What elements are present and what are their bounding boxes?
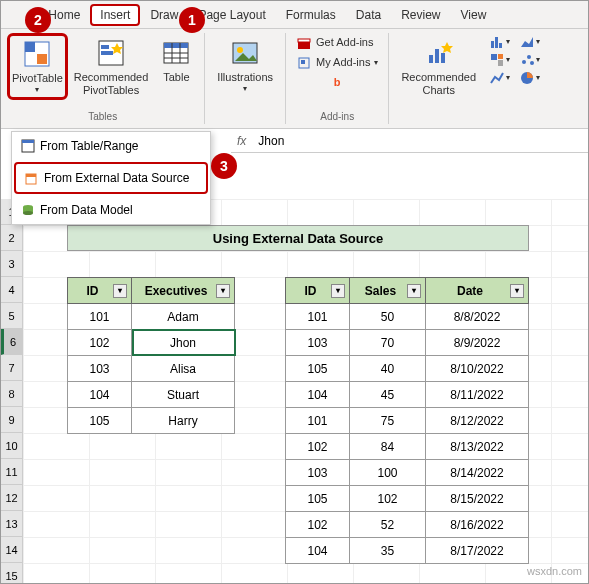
pie-chart-icon bbox=[520, 71, 536, 85]
chart-area-button[interactable]: ▾ bbox=[516, 33, 544, 51]
table-range-icon bbox=[20, 138, 36, 154]
row-13[interactable]: 13 bbox=[1, 511, 23, 537]
chart-scatter-button[interactable]: ▾ bbox=[516, 51, 544, 69]
from-external-data-label: From External Data Source bbox=[44, 171, 189, 185]
group-addins-label: Add-ins bbox=[320, 111, 354, 124]
row-8[interactable]: 8 bbox=[1, 381, 23, 407]
chart-hierarchy-button[interactable]: ▾ bbox=[486, 51, 514, 69]
my-addins-label: My Add-ins bbox=[316, 55, 370, 70]
recommended-pivot-label: Recommended PivotTables bbox=[74, 71, 149, 97]
row-5[interactable]: 5 bbox=[1, 303, 23, 329]
bing-icon: b bbox=[334, 75, 341, 90]
ribbon: PivotTable ▾ Recommended PivotTables Tab… bbox=[1, 29, 588, 129]
svg-rect-25 bbox=[495, 37, 498, 48]
filter-icon[interactable]: ▾ bbox=[113, 284, 127, 298]
recommended-charts-button[interactable]: Recommended Charts bbox=[395, 33, 482, 101]
row-12[interactable]: 12 bbox=[1, 485, 23, 511]
tab-view[interactable]: View bbox=[451, 8, 497, 22]
tab-formulas[interactable]: Formulas bbox=[276, 8, 346, 22]
svg-point-14 bbox=[237, 47, 243, 53]
svg-rect-29 bbox=[498, 60, 503, 66]
tab-insert[interactable]: Insert bbox=[90, 4, 140, 26]
svg-rect-36 bbox=[22, 140, 34, 143]
fx-icon[interactable]: fx bbox=[231, 134, 252, 148]
tab-data[interactable]: Data bbox=[346, 8, 391, 22]
table-button[interactable]: Table bbox=[154, 33, 198, 88]
recommended-charts-icon bbox=[423, 37, 455, 69]
t1-header-id[interactable]: ID▾ bbox=[68, 278, 132, 304]
filter-icon[interactable]: ▾ bbox=[407, 284, 421, 298]
row-3[interactable]: 3 bbox=[1, 251, 23, 277]
from-table-range-item[interactable]: From Table/Range bbox=[12, 132, 210, 160]
step-marker-1: 1 bbox=[179, 7, 205, 33]
recommended-charts-label: Recommended Charts bbox=[401, 71, 476, 97]
filter-icon[interactable]: ▾ bbox=[331, 284, 345, 298]
row-14[interactable]: 14 bbox=[1, 537, 23, 563]
t2-header-sales[interactable]: Sales▾ bbox=[350, 278, 426, 304]
row-2[interactable]: 2 bbox=[1, 225, 23, 251]
illustrations-button[interactable]: Illustrations ▾ bbox=[211, 33, 279, 98]
recommended-pivot-icon bbox=[95, 37, 127, 69]
row-10[interactable]: 10 bbox=[1, 433, 23, 459]
svg-rect-4 bbox=[101, 45, 109, 49]
group-illustrations: Illustrations ▾ bbox=[205, 33, 286, 124]
data-model-icon bbox=[20, 202, 36, 218]
from-external-data-item[interactable]: From External Data Source bbox=[14, 162, 208, 194]
row-6[interactable]: 6 bbox=[1, 329, 23, 355]
t1-header-exec[interactable]: Executives▾ bbox=[132, 278, 235, 304]
recommended-pivot-button[interactable]: Recommended PivotTables bbox=[68, 33, 155, 101]
row-9[interactable]: 9 bbox=[1, 407, 23, 433]
illustrations-label: Illustrations bbox=[217, 71, 273, 84]
from-data-model-label: From Data Model bbox=[40, 203, 133, 217]
illustrations-icon bbox=[229, 37, 261, 69]
group-addins: Get Add-ins My Add-ins ▾ b Add-ins bbox=[286, 33, 389, 124]
group-charts: Recommended Charts ▾ ▾ ▾ ▾ ▾ ▾ bbox=[389, 33, 550, 124]
row-7[interactable]: 7 bbox=[1, 355, 23, 381]
row-4[interactable]: 4 bbox=[1, 277, 23, 303]
cells-area[interactable]: Using External Data Source ID▾ Executive… bbox=[23, 199, 588, 583]
chart-pie-button[interactable]: ▾ bbox=[516, 69, 544, 87]
svg-rect-28 bbox=[498, 54, 503, 59]
table-executives: ID▾ Executives▾ 101Adam 102Jhon 103Alisa… bbox=[67, 277, 235, 434]
svg-rect-38 bbox=[26, 174, 36, 177]
svg-rect-17 bbox=[298, 39, 310, 42]
table-icon bbox=[160, 37, 192, 69]
group-tables: PivotTable ▾ Recommended PivotTables Tab… bbox=[1, 33, 205, 124]
svg-rect-2 bbox=[37, 54, 47, 64]
get-addins-label: Get Add-ins bbox=[316, 35, 373, 50]
watermark: wsxdn.com bbox=[527, 565, 582, 577]
t2-header-date[interactable]: Date▾ bbox=[426, 278, 529, 304]
svg-marker-23 bbox=[441, 42, 453, 53]
chart-line-button[interactable]: ▾ bbox=[486, 69, 514, 87]
pivot-table-button[interactable]: PivotTable ▾ bbox=[7, 33, 68, 100]
svg-point-31 bbox=[522, 60, 526, 64]
svg-point-33 bbox=[530, 61, 534, 65]
svg-rect-19 bbox=[301, 60, 305, 64]
group-tables-label: Tables bbox=[88, 111, 117, 124]
bing-button[interactable]: b bbox=[292, 73, 382, 92]
row-15[interactable]: 15 bbox=[1, 563, 23, 583]
my-addins-button[interactable]: My Add-ins ▾ bbox=[292, 53, 382, 73]
row-11[interactable]: 11 bbox=[1, 459, 23, 485]
chevron-down-icon: ▾ bbox=[374, 57, 378, 68]
pivot-table-dropdown: From Table/Range From External Data Sour… bbox=[11, 131, 211, 225]
hierarchy-chart-icon bbox=[490, 53, 506, 67]
t2-header-id[interactable]: ID▾ bbox=[286, 278, 350, 304]
tab-review[interactable]: Review bbox=[391, 8, 450, 22]
filter-icon[interactable]: ▾ bbox=[510, 284, 524, 298]
get-addins-button[interactable]: Get Add-ins bbox=[292, 33, 382, 53]
svg-rect-20 bbox=[429, 55, 433, 63]
step-marker-3: 3 bbox=[211, 153, 237, 179]
from-data-model-item[interactable]: From Data Model bbox=[12, 196, 210, 224]
chart-column-button[interactable]: ▾ bbox=[486, 33, 514, 51]
addins-icon bbox=[296, 55, 312, 71]
column-chart-icon bbox=[490, 35, 506, 49]
svg-rect-27 bbox=[491, 54, 497, 60]
ribbon-tabs: F Home Insert Draw Page Layout Formulas … bbox=[1, 1, 588, 29]
filter-icon[interactable]: ▾ bbox=[216, 284, 230, 298]
svg-point-41 bbox=[23, 211, 33, 215]
store-icon bbox=[296, 35, 312, 51]
svg-rect-21 bbox=[435, 49, 439, 63]
formula-bar-content[interactable]: Jhon bbox=[252, 134, 290, 148]
external-data-icon bbox=[24, 170, 40, 186]
